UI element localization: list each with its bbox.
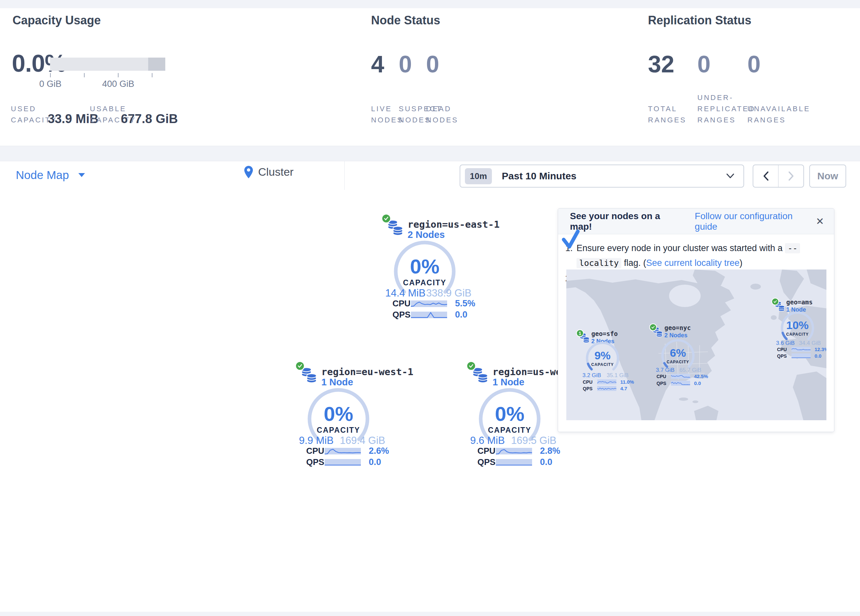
used-capacity: 9.9 MiB — [299, 435, 334, 447]
time-step-back-button[interactable] — [753, 165, 778, 187]
qps-label: QPS — [392, 310, 411, 320]
cpu-label: CPU — [777, 347, 791, 352]
cpu-label: CPU — [477, 446, 496, 456]
qps-sparkline — [325, 459, 361, 466]
breadcrumb[interactable]: Cluster — [244, 166, 294, 178]
now-button-label: Now — [817, 171, 838, 182]
time-step-forward-button[interactable] — [778, 165, 804, 187]
usable-capacity-value: 677.8 GiB — [121, 112, 178, 126]
cpu-label: CPU — [306, 446, 325, 456]
view-selector-dropdown[interactable]: Node Map — [16, 168, 85, 182]
cpu-sparkline — [671, 374, 690, 379]
healthy-check-icon — [649, 323, 657, 331]
stat-label-line: REPLICATED — [697, 103, 756, 114]
chevron-down-icon — [726, 173, 734, 179]
region-card-us-east-1[interactable]: region=us-east-1 2 Nodes 0% CAPACITY 14.… — [375, 212, 481, 324]
capacity-percent: 6% — [656, 346, 700, 359]
qps-sparkline — [791, 353, 811, 358]
stat-label-line: RANGES — [648, 114, 686, 126]
cpu-label: CPU — [392, 298, 411, 309]
cluster-overview-page: { "summary": { "capacity": { "title": "C… — [0, 0, 860, 616]
qps-value: 0.0 — [540, 457, 552, 467]
code-chip: locality — [576, 258, 621, 268]
capacity-percent: 10% — [776, 319, 819, 332]
region-name: region=us-east-1 — [408, 219, 499, 230]
stat-label-line: RANGES — [697, 114, 736, 126]
total-capacity: 65.7 GiB — [680, 367, 701, 373]
region-node-count: 1 Node — [493, 377, 524, 388]
map-pin-icon — [244, 166, 253, 178]
map-node-geo-sfo: 1 geo=sfo 2 Nodes 9% CAPACITY 3.2 GiB 35… — [574, 328, 634, 393]
used-capacity: 14.4 MiB — [385, 287, 425, 299]
region-node-count: 1 Node — [321, 377, 353, 388]
region-card-eu-west-1[interactable]: region=eu-west-1 1 Node 0% CAPACITY 9.9 … — [289, 360, 394, 472]
time-range-label: Past 10 Minutes — [502, 171, 576, 182]
step-text-fragment: ) — [739, 258, 742, 268]
replication-status-title: Replication Status — [648, 13, 751, 28]
blue-check-icon — [561, 229, 580, 249]
stat-label-line: UNAVAILABLE — [747, 103, 810, 114]
step-text-fragment: flag. ( — [621, 258, 646, 268]
region-card-us-west-1[interactable]: region=us-west-1 1 Node 0% CAPACITY 9.6 … — [460, 360, 566, 472]
node-status-title: Node Status — [371, 13, 440, 28]
node-map-preview: 1 geo=sfo 2 Nodes 9% CAPACITY 3.2 GiB 35… — [566, 270, 826, 420]
dead-nodes-count: 0 — [426, 52, 439, 76]
breadcrumb-cluster-label: Cluster — [258, 166, 294, 178]
used-capacity: 3.7 GiB — [656, 367, 675, 373]
live-nodes-count: 4 — [371, 52, 384, 76]
axis-tick-label: 400 GiB — [102, 79, 134, 89]
cpu-sparkline — [325, 448, 361, 455]
capacity-label: CAPACITY — [776, 332, 819, 337]
qps-label: QPS — [777, 353, 791, 359]
total-capacity: 169.4 GiB — [340, 435, 385, 447]
capacity-percent: 0% — [474, 402, 546, 425]
step-text-fragment: Ensure every node in your cluster was st… — [576, 243, 785, 253]
cpu-value: 42.5% — [694, 373, 708, 379]
cpu-value: 2.6% — [369, 446, 389, 456]
cpu-sparkline — [597, 379, 616, 384]
now-button[interactable]: Now — [809, 165, 846, 188]
capacity-gauge: 6% CAPACITY — [656, 338, 700, 370]
stat-label-line: RANGES — [747, 114, 786, 126]
node-map-config-popup: See your nodes on a map! Follow our conf… — [558, 208, 834, 432]
qps-value: 0.0 — [455, 310, 468, 320]
map-node-geo-nyc: geo=nyc 2 Nodes 6% CAPACITY 3.7 GiB 65.7… — [645, 321, 706, 386]
used-capacity: 9.6 MiB — [470, 435, 505, 447]
stat-label-line: NODES — [426, 114, 458, 126]
used-capacity: 3.2 GiB — [582, 372, 601, 379]
stat-label-line: LIVE — [371, 103, 392, 114]
chevron-down-icon — [78, 173, 85, 177]
qps-label: QPS — [306, 457, 325, 467]
axis-tick — [84, 73, 85, 77]
healthy-check-icon — [771, 298, 779, 306]
capacity-gauge-nonusable-segment — [148, 58, 166, 71]
step-text: Ensure every node in your cluster was st… — [576, 241, 800, 271]
total-capacity: 338.9 GiB — [426, 287, 471, 299]
locality-tree-link[interactable]: See current locality tree — [646, 258, 739, 268]
view-selector-label: Node Map — [16, 168, 69, 182]
time-range-dropdown[interactable]: 10m Past 10 Minutes — [460, 165, 744, 188]
capacity-usage-title: Capacity Usage — [13, 13, 101, 28]
axis-tick — [50, 73, 51, 77]
capacity-label: CAPACITY — [656, 360, 700, 364]
capacity-gauge-bar — [50, 58, 165, 71]
chevron-left-icon — [763, 171, 769, 181]
region-node-count: 2 Nodes — [408, 229, 445, 240]
capacity-label: CAPACITY — [389, 278, 461, 287]
axis-tick — [152, 73, 152, 77]
capacity-label: CAPACITY — [474, 426, 546, 435]
cpu-value: 5.5% — [455, 298, 476, 309]
stat-label-line: DEAD — [426, 103, 451, 114]
map-node-name: geo=nyc — [664, 324, 691, 331]
cpu-value: 2.8% — [540, 446, 560, 456]
unavailable-count: 0 — [747, 52, 761, 76]
configuration-guide-link[interactable]: Follow our configuration guide — [695, 211, 816, 232]
capacity-percent: 0% — [302, 402, 375, 425]
capacity-percent: 0% — [389, 255, 461, 278]
cpu-label: CPU — [583, 379, 597, 385]
map-node-name: geo=sfo — [591, 330, 618, 337]
qps-value: 0.0 — [369, 457, 381, 467]
close-icon[interactable]: ✕ — [816, 216, 824, 226]
cpu-value: 12.3% — [814, 346, 826, 352]
qps-sparkline — [671, 381, 690, 386]
